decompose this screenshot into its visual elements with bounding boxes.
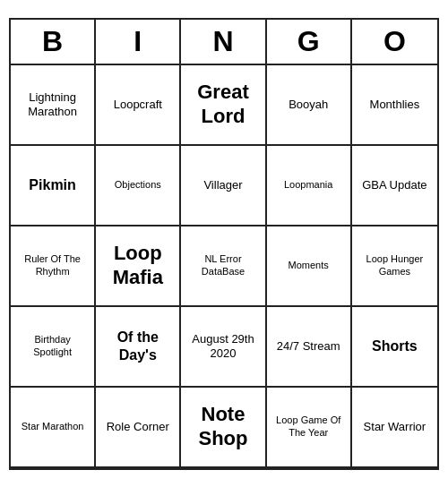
cell-text: Loop Mafia — [99, 242, 176, 289]
bingo-cell: Loopmania — [267, 146, 352, 226]
bingo-header: BINGO — [11, 20, 437, 65]
bingo-card: BINGO Lightning MarathonLoopcraftGreat L… — [9, 18, 439, 470]
bingo-cell: Objections — [96, 146, 181, 226]
bingo-cell: GBA Update — [352, 146, 437, 226]
cell-text: Loop Hunger Games — [356, 253, 434, 277]
cell-text: Star Marathon — [14, 421, 90, 432]
cell-text: Star Warrior — [356, 420, 434, 434]
bingo-letter: O — [352, 20, 437, 64]
bingo-cell: August 29th 2020 — [181, 307, 266, 388]
bingo-letter: I — [96, 20, 181, 64]
bingo-letter: N — [181, 20, 266, 64]
cell-text: Birthday Spotlight — [14, 334, 90, 357]
cell-text: Loopcraft — [99, 98, 176, 112]
cell-text: Shorts — [356, 337, 434, 355]
bingo-cell: Note Shop — [181, 388, 266, 468]
cell-text: Lightning Marathon — [14, 90, 90, 118]
cell-text: Great Lord — [185, 81, 261, 128]
bingo-letter: B — [11, 20, 96, 64]
cell-text: Villager — [185, 178, 261, 192]
bingo-cell: Role Corner — [96, 388, 181, 468]
cell-text: Moments — [271, 260, 347, 271]
bingo-cell: Moments — [267, 226, 352, 307]
bingo-cell: Of the Day's — [96, 307, 181, 388]
cell-text: August 29th 2020 — [185, 332, 261, 360]
bingo-letter: G — [267, 20, 352, 64]
cell-text: Loopmania — [271, 179, 347, 191]
bingo-cell: Star Warrior — [352, 388, 437, 468]
cell-text: Monthlies — [356, 98, 434, 112]
cell-text: Booyah — [271, 98, 347, 112]
bingo-cell: Pikmin — [11, 146, 96, 226]
bingo-cell: Booyah — [267, 65, 352, 146]
bingo-cell: Star Marathon — [11, 388, 96, 468]
bingo-grid: Lightning MarathonLoopcraftGreat LordBoo… — [11, 65, 437, 468]
bingo-cell: Birthday Spotlight — [11, 307, 96, 388]
bingo-cell: Loop Game Of The Year — [267, 388, 352, 468]
bingo-cell: 24/7 Stream — [267, 307, 352, 388]
bingo-cell: Great Lord — [181, 65, 266, 146]
bingo-cell: Lightning Marathon — [11, 65, 96, 146]
cell-text: Pikmin — [14, 176, 90, 193]
cell-text: Role Corner — [99, 420, 176, 434]
bingo-cell: Shorts — [352, 307, 437, 388]
cell-text: Loop Game Of The Year — [271, 414, 347, 438]
cell-text: Objections — [99, 179, 176, 191]
bingo-cell: Ruler Of The Rhythm — [11, 226, 96, 307]
cell-text: GBA Update — [356, 178, 434, 192]
cell-text: Ruler Of The Rhythm — [14, 253, 90, 277]
bingo-cell: Loopcraft — [96, 65, 181, 146]
cell-text: Note Shop — [185, 403, 261, 450]
bingo-cell: Loop Mafia — [96, 226, 181, 307]
bingo-cell: Loop Hunger Games — [352, 226, 437, 307]
bingo-cell: NL Error DataBase — [181, 226, 266, 307]
cell-text: 24/7 Stream — [271, 339, 347, 354]
cell-text: NL Error DataBase — [185, 253, 261, 277]
cell-text: Of the Day's — [99, 329, 176, 363]
bingo-cell: Villager — [181, 146, 266, 226]
bingo-cell: Monthlies — [352, 65, 437, 146]
